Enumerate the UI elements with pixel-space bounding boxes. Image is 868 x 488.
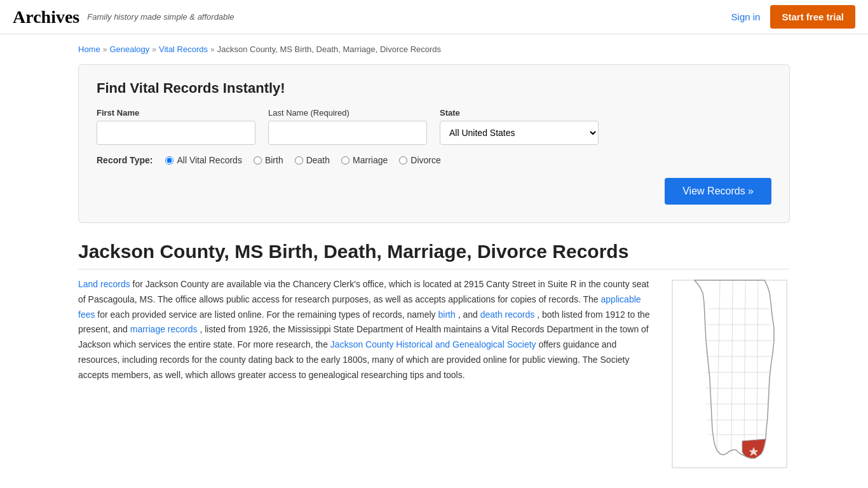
body-text-2: for each provided service are listed onl… [97,309,438,320]
site-header: Archives Family history made simple & af… [0,0,868,34]
first-name-input[interactable] [97,121,255,145]
body-text-3: , and [458,309,480,320]
page-title: Jackson County, MS Birth, Death, Marriag… [78,241,790,269]
radio-all-vital[interactable]: All Vital Records [165,155,241,165]
last-name-input[interactable] [268,121,427,145]
land-records-link[interactable]: Land records [78,279,130,289]
main-content: Home » Genealogy » Vital Records » Jacks… [65,34,803,488]
content-text: Land records for Jackson County are avai… [78,277,650,476]
death-records-link[interactable]: death records [480,309,535,320]
breadcrumb-genealogy[interactable]: Genealogy [109,44,149,54]
radio-birth[interactable]: Birth [254,155,283,165]
radio-divorce[interactable]: Divorce [399,155,440,165]
radio-marriage[interactable]: Marriage [341,155,388,165]
search-title: Find Vital Records Instantly! [97,80,771,97]
site-tagline: Family history made simple & affordable [87,12,234,22]
breadcrumb-home[interactable]: Home [78,44,100,54]
first-name-group: First Name [97,108,255,145]
record-type-label: Record Type: [97,155,153,165]
birth-link[interactable]: birth [438,309,456,320]
breadcrumb-sep3: » [210,45,215,54]
sign-in-link[interactable]: Sign in [731,11,761,22]
start-trial-button[interactable]: Start free trial [770,5,855,29]
record-type-row: Record Type: All Vital Records Birth Dea… [97,155,771,165]
breadcrumb-vital-records[interactable]: Vital Records [159,44,208,54]
body-text-1: for Jackson County are available via the… [78,279,649,304]
content-area: Land records for Jackson County are avai… [78,277,790,476]
map-container [669,277,790,476]
view-records-button[interactable]: View Records » [665,178,771,205]
state-group: State All United States [440,108,599,145]
first-name-label: First Name [97,108,255,118]
search-fields: First Name Last Name (Required) State Al… [97,108,771,145]
breadcrumb: Home » Genealogy » Vital Records » Jacks… [78,44,790,54]
btn-row: View Records » [97,178,771,205]
breadcrumb-sep2: » [152,45,156,54]
site-logo: Archives [13,7,79,27]
state-select[interactable]: All United States [440,121,599,145]
header-right: Sign in Start free trial [731,5,855,29]
marriage-records-link[interactable]: marriage records [130,324,198,334]
breadcrumb-current: Jackson County, MS Birth, Death, Marriag… [217,44,441,54]
search-box: Find Vital Records Instantly! First Name… [78,64,790,223]
radio-options: All Vital Records Birth Death Marriage D… [165,155,440,165]
breadcrumb-sep1: » [103,45,107,54]
historical-society-link[interactable]: Jackson County Historical and Genealogic… [330,339,536,349]
header-left: Archives Family history made simple & af… [13,7,234,27]
last-name-group: Last Name (Required) [268,108,427,145]
last-name-label: Last Name (Required) [268,108,427,118]
mississippi-map [669,277,790,474]
radio-death[interactable]: Death [295,155,330,165]
state-label: State [440,108,599,118]
